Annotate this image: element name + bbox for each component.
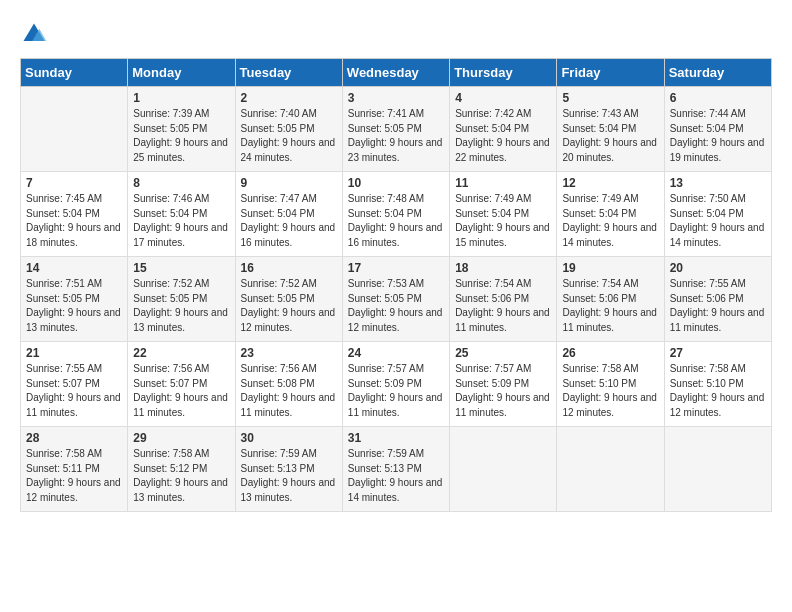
calendar-cell: [557, 427, 664, 512]
calendar-cell: 27Sunrise: 7:58 AMSunset: 5:10 PMDayligh…: [664, 342, 771, 427]
day-number: 18: [455, 261, 551, 275]
calendar-table: SundayMondayTuesdayWednesdayThursdayFrid…: [20, 58, 772, 512]
day-info: Sunrise: 7:41 AMSunset: 5:05 PMDaylight:…: [348, 107, 444, 165]
day-info: Sunrise: 7:45 AMSunset: 5:04 PMDaylight:…: [26, 192, 122, 250]
day-info: Sunrise: 7:55 AMSunset: 5:06 PMDaylight:…: [670, 277, 766, 335]
calendar-body: 1Sunrise: 7:39 AMSunset: 5:05 PMDaylight…: [21, 87, 772, 512]
day-number: 3: [348, 91, 444, 105]
calendar-cell: [664, 427, 771, 512]
calendar-cell: 2Sunrise: 7:40 AMSunset: 5:05 PMDaylight…: [235, 87, 342, 172]
logo-icon: [20, 20, 48, 48]
calendar-cell: 16Sunrise: 7:52 AMSunset: 5:05 PMDayligh…: [235, 257, 342, 342]
calendar-cell: [450, 427, 557, 512]
day-number: 13: [670, 176, 766, 190]
day-number: 8: [133, 176, 229, 190]
calendar-cell: 8Sunrise: 7:46 AMSunset: 5:04 PMDaylight…: [128, 172, 235, 257]
header-day-friday: Friday: [557, 59, 664, 87]
calendar-cell: 18Sunrise: 7:54 AMSunset: 5:06 PMDayligh…: [450, 257, 557, 342]
day-number: 2: [241, 91, 337, 105]
calendar-header: SundayMondayTuesdayWednesdayThursdayFrid…: [21, 59, 772, 87]
day-info: Sunrise: 7:39 AMSunset: 5:05 PMDaylight:…: [133, 107, 229, 165]
calendar-cell: 22Sunrise: 7:56 AMSunset: 5:07 PMDayligh…: [128, 342, 235, 427]
calendar-cell: 7Sunrise: 7:45 AMSunset: 5:04 PMDaylight…: [21, 172, 128, 257]
calendar-cell: 13Sunrise: 7:50 AMSunset: 5:04 PMDayligh…: [664, 172, 771, 257]
week-row-5: 28Sunrise: 7:58 AMSunset: 5:11 PMDayligh…: [21, 427, 772, 512]
day-number: 31: [348, 431, 444, 445]
calendar-cell: 10Sunrise: 7:48 AMSunset: 5:04 PMDayligh…: [342, 172, 449, 257]
day-info: Sunrise: 7:58 AMSunset: 5:10 PMDaylight:…: [670, 362, 766, 420]
header-day-sunday: Sunday: [21, 59, 128, 87]
day-number: 29: [133, 431, 229, 445]
week-row-1: 1Sunrise: 7:39 AMSunset: 5:05 PMDaylight…: [21, 87, 772, 172]
day-info: Sunrise: 7:53 AMSunset: 5:05 PMDaylight:…: [348, 277, 444, 335]
day-number: 24: [348, 346, 444, 360]
day-info: Sunrise: 7:44 AMSunset: 5:04 PMDaylight:…: [670, 107, 766, 165]
day-number: 22: [133, 346, 229, 360]
week-row-3: 14Sunrise: 7:51 AMSunset: 5:05 PMDayligh…: [21, 257, 772, 342]
day-info: Sunrise: 7:58 AMSunset: 5:10 PMDaylight:…: [562, 362, 658, 420]
logo: [20, 20, 52, 48]
day-number: 6: [670, 91, 766, 105]
day-info: Sunrise: 7:43 AMSunset: 5:04 PMDaylight:…: [562, 107, 658, 165]
day-number: 21: [26, 346, 122, 360]
day-number: 30: [241, 431, 337, 445]
calendar-cell: 19Sunrise: 7:54 AMSunset: 5:06 PMDayligh…: [557, 257, 664, 342]
calendar-cell: 25Sunrise: 7:57 AMSunset: 5:09 PMDayligh…: [450, 342, 557, 427]
day-number: 28: [26, 431, 122, 445]
day-number: 16: [241, 261, 337, 275]
day-info: Sunrise: 7:40 AMSunset: 5:05 PMDaylight:…: [241, 107, 337, 165]
calendar-cell: 29Sunrise: 7:58 AMSunset: 5:12 PMDayligh…: [128, 427, 235, 512]
header-day-wednesday: Wednesday: [342, 59, 449, 87]
calendar-cell: 28Sunrise: 7:58 AMSunset: 5:11 PMDayligh…: [21, 427, 128, 512]
calendar-cell: 9Sunrise: 7:47 AMSunset: 5:04 PMDaylight…: [235, 172, 342, 257]
day-info: Sunrise: 7:57 AMSunset: 5:09 PMDaylight:…: [348, 362, 444, 420]
day-number: 5: [562, 91, 658, 105]
header-day-tuesday: Tuesday: [235, 59, 342, 87]
page-header: [20, 20, 772, 48]
day-number: 14: [26, 261, 122, 275]
day-info: Sunrise: 7:52 AMSunset: 5:05 PMDaylight:…: [241, 277, 337, 335]
day-info: Sunrise: 7:46 AMSunset: 5:04 PMDaylight:…: [133, 192, 229, 250]
calendar-cell: 15Sunrise: 7:52 AMSunset: 5:05 PMDayligh…: [128, 257, 235, 342]
calendar-cell: [21, 87, 128, 172]
day-info: Sunrise: 7:42 AMSunset: 5:04 PMDaylight:…: [455, 107, 551, 165]
day-info: Sunrise: 7:58 AMSunset: 5:11 PMDaylight:…: [26, 447, 122, 505]
calendar-cell: 11Sunrise: 7:49 AMSunset: 5:04 PMDayligh…: [450, 172, 557, 257]
day-number: 15: [133, 261, 229, 275]
day-number: 17: [348, 261, 444, 275]
day-number: 4: [455, 91, 551, 105]
header-day-monday: Monday: [128, 59, 235, 87]
day-number: 26: [562, 346, 658, 360]
week-row-4: 21Sunrise: 7:55 AMSunset: 5:07 PMDayligh…: [21, 342, 772, 427]
day-info: Sunrise: 7:54 AMSunset: 5:06 PMDaylight:…: [455, 277, 551, 335]
header-day-thursday: Thursday: [450, 59, 557, 87]
day-info: Sunrise: 7:54 AMSunset: 5:06 PMDaylight:…: [562, 277, 658, 335]
calendar-cell: 26Sunrise: 7:58 AMSunset: 5:10 PMDayligh…: [557, 342, 664, 427]
calendar-cell: 1Sunrise: 7:39 AMSunset: 5:05 PMDaylight…: [128, 87, 235, 172]
day-number: 25: [455, 346, 551, 360]
day-number: 19: [562, 261, 658, 275]
day-info: Sunrise: 7:51 AMSunset: 5:05 PMDaylight:…: [26, 277, 122, 335]
calendar-cell: 3Sunrise: 7:41 AMSunset: 5:05 PMDaylight…: [342, 87, 449, 172]
day-info: Sunrise: 7:59 AMSunset: 5:13 PMDaylight:…: [348, 447, 444, 505]
calendar-cell: 5Sunrise: 7:43 AMSunset: 5:04 PMDaylight…: [557, 87, 664, 172]
day-info: Sunrise: 7:50 AMSunset: 5:04 PMDaylight:…: [670, 192, 766, 250]
day-info: Sunrise: 7:56 AMSunset: 5:07 PMDaylight:…: [133, 362, 229, 420]
day-number: 27: [670, 346, 766, 360]
calendar-cell: 17Sunrise: 7:53 AMSunset: 5:05 PMDayligh…: [342, 257, 449, 342]
calendar-cell: 20Sunrise: 7:55 AMSunset: 5:06 PMDayligh…: [664, 257, 771, 342]
header-day-saturday: Saturday: [664, 59, 771, 87]
day-number: 9: [241, 176, 337, 190]
day-info: Sunrise: 7:57 AMSunset: 5:09 PMDaylight:…: [455, 362, 551, 420]
calendar-cell: 4Sunrise: 7:42 AMSunset: 5:04 PMDaylight…: [450, 87, 557, 172]
day-info: Sunrise: 7:52 AMSunset: 5:05 PMDaylight:…: [133, 277, 229, 335]
day-info: Sunrise: 7:56 AMSunset: 5:08 PMDaylight:…: [241, 362, 337, 420]
day-info: Sunrise: 7:59 AMSunset: 5:13 PMDaylight:…: [241, 447, 337, 505]
calendar-cell: 6Sunrise: 7:44 AMSunset: 5:04 PMDaylight…: [664, 87, 771, 172]
calendar-cell: 31Sunrise: 7:59 AMSunset: 5:13 PMDayligh…: [342, 427, 449, 512]
calendar-cell: 24Sunrise: 7:57 AMSunset: 5:09 PMDayligh…: [342, 342, 449, 427]
calendar-cell: 30Sunrise: 7:59 AMSunset: 5:13 PMDayligh…: [235, 427, 342, 512]
day-number: 20: [670, 261, 766, 275]
calendar-cell: 14Sunrise: 7:51 AMSunset: 5:05 PMDayligh…: [21, 257, 128, 342]
day-number: 7: [26, 176, 122, 190]
